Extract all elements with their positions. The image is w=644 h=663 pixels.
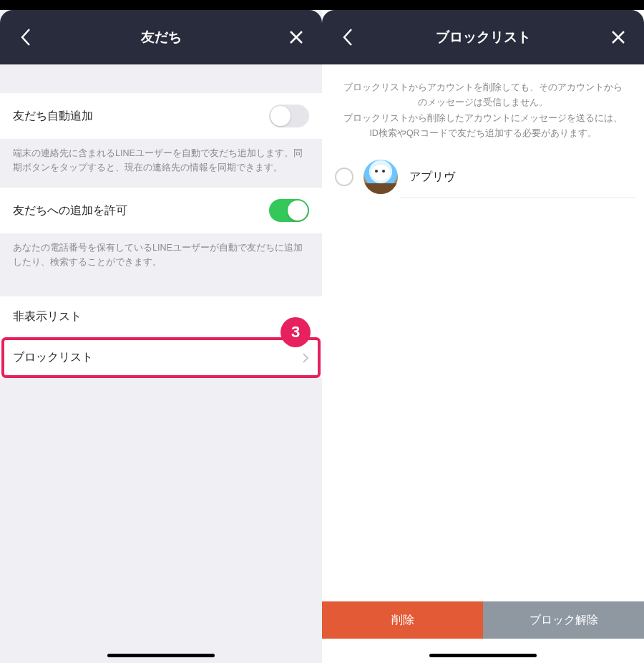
blocked-user-row[interactable]: アプリヴ (322, 157, 644, 197)
hidden-list-label: 非表示リスト (13, 309, 82, 324)
toggle-knob (288, 200, 308, 221)
status-bar (0, 0, 322, 10)
hidden-list-row[interactable]: 非表示リスト (0, 296, 322, 337)
back-button[interactable] (333, 23, 362, 52)
allow-add-toggle[interactable] (269, 199, 309, 222)
allow-add-label: 友だちへの追加を許可 (13, 203, 127, 218)
block-list-row[interactable]: ブロックリスト (0, 337, 322, 378)
friends-settings-screen: 友だち 友だち自動追加 端末の連絡先に含まれるLINEユーザーを自動で友だち追加… (0, 0, 322, 663)
chevron-left-icon (19, 27, 32, 47)
header-bar: ブロックリスト (322, 10, 644, 64)
blocked-user-name: アプリヴ (409, 170, 455, 185)
avatar (364, 160, 398, 194)
select-radio[interactable] (335, 168, 353, 186)
allow-add-desc: あなたの電話番号を保有しているLINEユーザーが自動で友だちに追加したり、検索す… (0, 233, 322, 282)
chevron-right-icon (302, 352, 309, 364)
close-icon (610, 29, 626, 45)
block-list-row-wrap: 3 ブロックリスト (0, 337, 322, 378)
block-list-info: ブロックリストからアカウントを削除しても、そのアカウントからのメッセージは受信し… (322, 64, 644, 157)
page-title: ブロックリスト (322, 28, 644, 47)
chevron-left-icon (341, 27, 354, 47)
home-indicator (429, 654, 537, 657)
auto-add-friends-label: 友だち自動追加 (13, 109, 93, 124)
back-button[interactable] (11, 23, 40, 52)
page-title: 友だち (0, 28, 322, 47)
row-separator (399, 197, 635, 198)
section-gap (0, 282, 322, 296)
home-indicator (107, 654, 215, 657)
status-bar (322, 0, 644, 10)
annotation-badge: 3 (280, 317, 311, 347)
section-gap (0, 64, 322, 93)
auto-add-friends-row[interactable]: 友だち自動追加 (0, 93, 322, 139)
toggle-knob (270, 106, 291, 126)
allow-add-row[interactable]: 友だちへの追加を許可 (0, 188, 322, 233)
delete-button[interactable]: 削除 (322, 601, 483, 639)
block-list-screen: ブロックリスト ブロックリストからアカウントを削除しても、そのアカウントからのメ… (322, 0, 644, 663)
auto-add-friends-toggle[interactable] (269, 105, 309, 127)
block-list-label: ブロックリスト (13, 350, 93, 365)
auto-add-friends-desc: 端末の連絡先に含まれるLINEユーザーを自動で友だち追加します。同期ボタンをタッ… (0, 139, 322, 188)
close-icon (288, 29, 304, 45)
close-button[interactable] (604, 23, 633, 52)
header-bar: 友だち (0, 10, 322, 64)
close-button[interactable] (282, 23, 311, 52)
unblock-button[interactable]: ブロック解除 (483, 601, 644, 639)
bottom-action-bar: 削除 ブロック解除 (322, 601, 644, 639)
